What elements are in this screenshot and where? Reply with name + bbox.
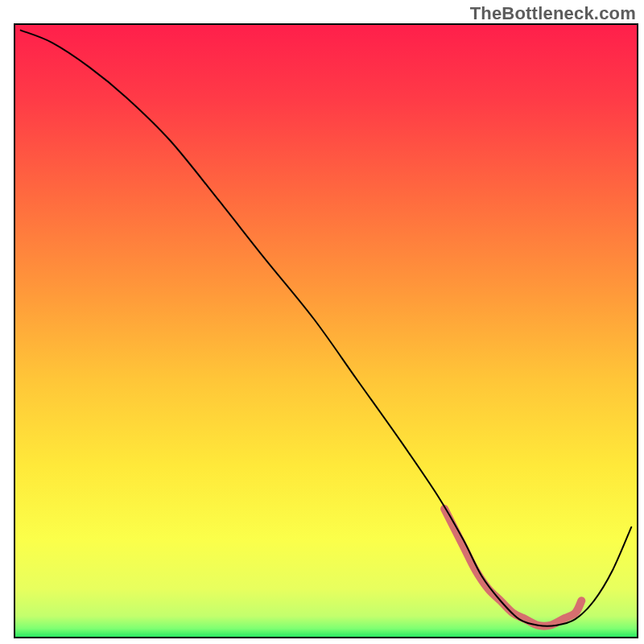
watermark-text: TheBottleneck.com bbox=[470, 3, 636, 24]
plot-background bbox=[14, 24, 638, 638]
chart-root: TheBottleneck.com bbox=[0, 0, 644, 644]
chart-svg bbox=[0, 0, 644, 644]
